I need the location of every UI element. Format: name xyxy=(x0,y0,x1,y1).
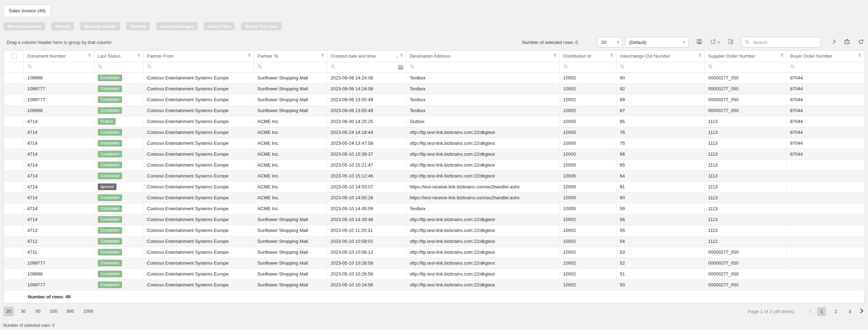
page-size-button-100[interactable]: 100 xyxy=(47,307,60,316)
column-header-buyer-order-number[interactable]: Buyer Order Number xyxy=(786,51,864,62)
row-select-cell[interactable] xyxy=(4,225,24,236)
expand-panel-button[interactable] xyxy=(832,39,836,45)
page-size-button-50[interactable]: 50 xyxy=(33,307,43,316)
row-select-cell[interactable] xyxy=(4,214,24,225)
row-select-cell[interactable] xyxy=(4,105,24,116)
column-header-last-status[interactable]: Last Status xyxy=(94,51,143,62)
table-row[interactable]: 1099777CompletedContoso Entertainment Sy… xyxy=(4,94,864,105)
filter-input-buyer-order-number[interactable] xyxy=(797,64,861,70)
column-header-created-date[interactable]: Created date and time↓ xyxy=(327,51,406,62)
row-select-cell[interactable] xyxy=(4,247,24,258)
table-row[interactable]: 109998CompletedContoso Entertainment Sys… xyxy=(4,268,864,279)
row-select-cell[interactable] xyxy=(4,268,24,279)
table-row[interactable]: 4712CompletedContoso Entertainment Syste… xyxy=(4,236,864,247)
filter-cell-interchange-out-number[interactable] xyxy=(616,62,704,72)
row-select-cell[interactable] xyxy=(4,192,24,203)
filter-cell-buyer-order-number[interactable] xyxy=(786,62,864,72)
filter-input-destination-address[interactable] xyxy=(417,64,557,70)
filter-cell-distribution-id[interactable] xyxy=(559,62,616,72)
table-row[interactable]: 1099777CompletedContoso Entertainment Sy… xyxy=(4,279,864,290)
filter-input-distribution-id[interactable] xyxy=(570,64,613,70)
filter-cell-created-date[interactable] xyxy=(327,62,406,72)
row-select-cell[interactable] xyxy=(4,149,24,160)
filter-funnel-icon[interactable] xyxy=(137,53,141,59)
show-documents-button[interactable]: Show Documents xyxy=(4,22,45,30)
filter-funnel-icon[interactable] xyxy=(320,53,325,59)
save-layout-button[interactable] xyxy=(696,39,702,46)
filter-funnel-icon[interactable] xyxy=(780,53,784,59)
column-header-partner-to[interactable]: Partner To xyxy=(254,51,327,62)
filter-cell-partner-from[interactable] xyxy=(143,62,254,72)
filter-funnel-icon[interactable] xyxy=(87,53,92,59)
row-select-cell[interactable] xyxy=(4,279,24,290)
table-row[interactable]: 4714CompletedContoso Entertainment Syste… xyxy=(4,203,864,214)
filter-funnel-icon[interactable] xyxy=(857,53,862,59)
cancel-messages-button[interactable]: Cancel Messages xyxy=(156,22,198,30)
row-select-cell[interactable] xyxy=(4,116,24,127)
table-row[interactable]: 4714CompletedContoso Entertainment Syste… xyxy=(4,127,864,138)
search-box[interactable] xyxy=(741,37,821,47)
filter-funnel-icon[interactable] xyxy=(399,53,404,59)
row-select-cell[interactable] xyxy=(4,127,24,138)
export-button[interactable]: ▾ xyxy=(710,39,720,46)
column-header-partner-from[interactable]: Partner From xyxy=(143,51,254,62)
page-size-button-20[interactable]: 20 xyxy=(4,307,14,316)
filter-input-document-number[interactable] xyxy=(34,64,91,70)
table-row[interactable]: 4713CompletedContoso Entertainment Syste… xyxy=(4,225,864,236)
row-select-cell[interactable] xyxy=(4,94,24,105)
tab-sales-invoice[interactable]: Sales Invoice (49) xyxy=(3,5,51,16)
table-row[interactable]: 4714IgnoredContoso Entertainment Systems… xyxy=(4,181,864,192)
table-row[interactable]: 4714CompletedContoso Entertainment Syste… xyxy=(4,192,864,203)
column-header-supplier-order-number[interactable]: Supplier Order Number xyxy=(704,51,786,62)
filter-funnel-icon[interactable] xyxy=(553,53,557,59)
on-hold-button[interactable]: On Hold xyxy=(126,22,150,30)
filter-cell-document-number[interactable] xyxy=(24,62,94,72)
resend-button[interactable]: Resend xyxy=(51,22,74,30)
row-select-cell[interactable] xyxy=(4,83,24,94)
column-header-distribution-id[interactable]: Distribution Id xyxy=(559,51,616,62)
row-select-cell[interactable] xyxy=(4,138,24,149)
calendar-icon[interactable] xyxy=(398,65,403,70)
filter-cell-supplier-order-number[interactable] xyxy=(704,62,786,72)
row-select-cell[interactable] xyxy=(4,181,24,192)
column-chooser-button[interactable] xyxy=(728,39,734,46)
table-row[interactable]: 4714CompletedContoso Entertainment Syste… xyxy=(4,214,864,225)
filter-funnel-icon[interactable] xyxy=(698,53,702,59)
add-to-test-case-button[interactable]: Add to Test Case xyxy=(241,22,281,30)
filter-cell-last-status[interactable] xyxy=(94,62,143,72)
filter-funnel-icon[interactable] xyxy=(609,53,614,59)
page-button-3[interactable]: 3 xyxy=(845,307,854,316)
column-header-document-number[interactable]: Document Number xyxy=(24,51,94,62)
table-row[interactable]: 109998CompletedContoso Entertainment Sys… xyxy=(4,72,864,83)
row-select-cell[interactable] xyxy=(4,203,24,214)
filter-funnel-icon[interactable] xyxy=(247,53,252,59)
select-all-checkbox[interactable] xyxy=(12,53,17,59)
table-row[interactable]: 4711CompletedContoso Entertainment Syste… xyxy=(4,247,864,258)
page-button-1[interactable]: 1 xyxy=(817,307,826,316)
column-header-interchange-out-number[interactable]: Interchange Out Number xyxy=(616,51,704,62)
filter-input-created-date[interactable] xyxy=(337,64,396,70)
filter-input-partner-to[interactable] xyxy=(264,64,324,70)
table-row[interactable]: 4714CompletedContoso Entertainment Syste… xyxy=(4,138,864,149)
page-size-dropdown[interactable]: 20 ▾ xyxy=(597,37,622,47)
page-button-2[interactable]: 2 xyxy=(831,307,840,316)
table-row[interactable]: 4714CompletedContoso Entertainment Syste… xyxy=(4,170,864,181)
table-row[interactable]: 109998CompletedContoso Entertainment Sys… xyxy=(4,105,864,116)
refresh-button[interactable] xyxy=(858,39,864,46)
page-size-button-500[interactable]: 500 xyxy=(64,307,76,316)
row-select-cell[interactable] xyxy=(4,160,24,170)
search-input[interactable] xyxy=(752,39,817,45)
row-select-cell[interactable] xyxy=(4,236,24,247)
row-select-cell[interactable] xyxy=(4,258,24,268)
prev-page-button[interactable] xyxy=(808,308,812,315)
export-files-button[interactable]: Export Files xyxy=(204,22,235,30)
table-row[interactable]: 4714CompletedContoso Entertainment Syste… xyxy=(4,160,864,170)
filter-input-last-status[interactable] xyxy=(104,64,140,70)
filter-input-interchange-out-number[interactable] xyxy=(627,64,702,70)
row-select-cell[interactable] xyxy=(4,170,24,181)
layout-dropdown[interactable]: (Default) ▾ xyxy=(625,37,689,47)
table-row[interactable]: 4714CompletedContoso Entertainment Syste… xyxy=(4,149,864,160)
manually-handle-button[interactable]: Manually Handle xyxy=(80,22,120,30)
row-select-cell[interactable] xyxy=(4,72,24,83)
export-grid-button[interactable] xyxy=(844,39,850,46)
